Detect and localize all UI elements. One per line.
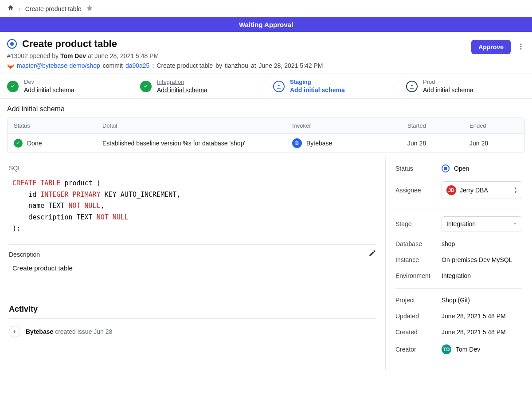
issue-title: Create product table [22,38,117,50]
plus-icon: + [9,326,20,337]
commit-hash-link[interactable]: da90a25 [125,62,150,69]
check-icon [140,81,152,92]
more-options-icon[interactable] [517,43,525,52]
task-title: Add initial schema [0,99,532,117]
breadcrumb-page[interactable]: Create product table [25,5,82,12]
table-row: Done Established baseline version %s for… [8,133,524,153]
svg-point-0 [520,43,522,45]
updated-value: June 28, 2021 5:48 PM [442,313,522,320]
issue-opened-time: June 28, 2021 5:48 PM [94,52,159,59]
stage-select[interactable]: Integration [442,216,522,231]
edit-icon[interactable] [368,249,376,258]
avatar: TD [442,344,451,354]
open-status-icon [7,39,17,49]
stage-prod[interactable]: ProdAdd initial schema [399,74,532,98]
description-label: Description [9,251,376,258]
avatar: JD [446,185,456,195]
svg-point-2 [520,48,522,49]
th-status: Status [14,122,102,129]
th-ended: Ended [469,122,518,129]
issue-author[interactable]: Tom Dev [60,52,86,59]
chevron-right-icon: › [19,5,21,12]
commit-time: June 28, 2021 5:42 PM [259,62,323,69]
created-value: June 28, 2021 5:48 PM [442,329,522,336]
commit-message: Create product table [156,62,213,69]
project-value: Shop (Git) [442,297,522,304]
gitlab-icon [7,62,14,69]
instance-value: On-premises Dev MySQL [442,256,522,263]
activity-entry: + Bytebase created issue Jun 28 [9,326,376,337]
description-text: Create product table [9,258,376,278]
th-started: Started [407,122,469,129]
approve-button[interactable]: Approve [471,40,511,54]
check-icon [14,139,23,148]
select-chevrons-icon: ▲▼ [514,187,517,194]
commit-author: tianzhou [225,62,248,69]
assignee-select[interactable]: JDJerry DBA ▲▼ [442,181,522,199]
stage-dev[interactable]: DevAdd initial schema [0,74,133,98]
pipeline-stages: DevAdd initial schema IntegrationAdd ini… [0,74,532,99]
side-panel: Status Open Assignee JDJerry DBA ▲▼ Stag… [386,157,532,370]
svg-point-4 [411,84,413,86]
stage-integration[interactable]: IntegrationAdd initial schema [133,74,266,98]
home-icon[interactable] [7,4,14,13]
user-icon [406,81,418,92]
stage-staging[interactable]: StagingAdd initial schema [266,74,399,98]
sql-label: SQL [9,164,376,172]
chevron-down-icon [512,221,517,227]
check-icon [7,81,19,92]
divider [9,318,376,319]
avatar: B [292,138,302,148]
star-icon[interactable] [86,4,93,13]
database-value: shop [442,240,522,247]
issue-header: Create product table #13002 opened by To… [0,32,532,72]
activity-label: Activity [9,305,376,314]
svg-point-3 [278,84,280,86]
th-invoker: Invoker [292,122,407,129]
sql-code: CREATE TABLE product ( id INTEGER PRIMAR… [9,178,376,240]
svg-point-1 [520,46,522,47]
commit-branch-link[interactable]: master@bytebase-demo/shop [17,62,100,69]
issue-id: #13002 [7,52,28,59]
th-detail: Detail [102,122,292,129]
main-panel: SQL CREATE TABLE product ( id INTEGER PR… [0,157,386,370]
approval-banner: Waiting Approval [0,17,532,32]
breadcrumb: › Create product table [0,0,532,17]
user-icon [273,81,285,92]
creator-name: Tom Dev [456,346,480,353]
environment-value: Integration [442,272,522,279]
open-status-icon [442,164,450,172]
task-run-table: Status Detail Invoker Started Ended Done… [7,117,525,153]
